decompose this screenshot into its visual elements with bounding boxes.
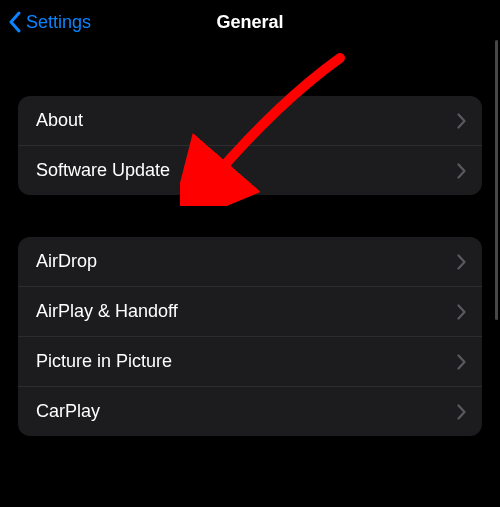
row-label: CarPlay bbox=[36, 401, 100, 422]
back-button[interactable]: Settings bbox=[8, 0, 91, 44]
navigation-bar: Settings General bbox=[0, 0, 500, 44]
settings-group-1: About Software Update bbox=[18, 96, 482, 195]
row-airdrop[interactable]: AirDrop bbox=[18, 237, 482, 286]
row-about[interactable]: About bbox=[18, 96, 482, 145]
row-label: AirDrop bbox=[36, 251, 97, 272]
general-settings-screen: Settings General About Software Update A… bbox=[0, 0, 500, 507]
scroll-indicator[interactable] bbox=[495, 40, 498, 320]
row-airplay-handoff[interactable]: AirPlay & Handoff bbox=[18, 286, 482, 336]
page-title: General bbox=[216, 12, 283, 33]
content-area: About Software Update AirDrop AirPla bbox=[0, 96, 500, 436]
row-label: About bbox=[36, 110, 83, 131]
chevron-right-icon bbox=[457, 254, 466, 270]
row-picture-in-picture[interactable]: Picture in Picture bbox=[18, 336, 482, 386]
chevron-right-icon bbox=[457, 354, 466, 370]
chevron-right-icon bbox=[457, 113, 466, 129]
back-label: Settings bbox=[26, 12, 91, 33]
chevron-right-icon bbox=[457, 404, 466, 420]
row-software-update[interactable]: Software Update bbox=[18, 145, 482, 195]
row-carplay[interactable]: CarPlay bbox=[18, 386, 482, 436]
chevron-right-icon bbox=[457, 163, 466, 179]
chevron-right-icon bbox=[457, 304, 466, 320]
chevron-left-icon bbox=[8, 11, 22, 33]
settings-group-2: AirDrop AirPlay & Handoff Picture in Pic… bbox=[18, 237, 482, 436]
row-label: Picture in Picture bbox=[36, 351, 172, 372]
row-label: AirPlay & Handoff bbox=[36, 301, 178, 322]
row-label: Software Update bbox=[36, 160, 170, 181]
